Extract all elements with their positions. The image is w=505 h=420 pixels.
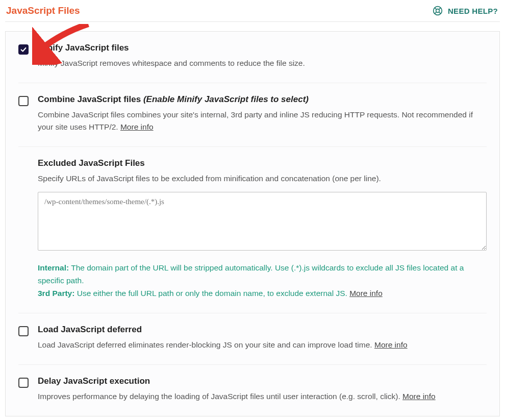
deferred-desc: Load JavaScript deferred eliminates rend… [38,339,487,351]
excluded-more-info-link[interactable]: More info [349,289,383,298]
option-deferred: Load JavaScript deferred Load JavaScript… [18,313,487,365]
excluded-title: Excluded JavaScript Files [38,158,487,168]
help-label: NEED HELP? [448,7,498,15]
option-minify: Minify JavaScript files Minify JavaScrip… [18,32,487,83]
combine-desc: Combine JavaScript files combines your s… [38,109,487,133]
settings-panel: Minify JavaScript files Minify JavaScrip… [5,31,500,416]
section-header: JavaScript Files NEED HELP? [5,5,500,22]
need-help-link[interactable]: NEED HELP? [433,6,498,16]
svg-point-1 [436,9,440,13]
note-3rd-label: 3rd Party: [38,289,74,298]
deferred-title: Load JavaScript deferred [38,325,487,335]
combine-checkbox[interactable] [18,96,29,106]
excluded-note: Internal: The domain part of the URL wil… [38,262,487,300]
delay-desc: Improves performance by delaying the loa… [38,390,487,403]
note-internal-label: Internal: [38,263,69,272]
minify-checkbox[interactable] [18,44,29,55]
deferred-more-info-link[interactable]: More info [374,340,408,349]
svg-line-2 [435,8,436,9]
excluded-desc: Specify URLs of JavaScript files to be e… [38,172,487,185]
minify-title: Minify JavaScript files [38,43,487,53]
section-title: JavaScript Files [6,5,80,16]
note-3rd-text: Use either the full URL path or only the… [74,289,349,298]
deferred-checkbox[interactable] [18,326,29,336]
option-combine: Combine JavaScript files (Enable Minify … [18,83,487,147]
option-delay: Delay JavaScript execution Improves perf… [18,365,487,416]
delay-title: Delay JavaScript execution [38,376,487,386]
combine-more-info-link[interactable]: More info [120,122,154,131]
help-icon [433,6,443,16]
svg-line-3 [439,8,440,9]
note-internal-text: The domain part of the URL will be strip… [38,263,464,285]
svg-line-4 [435,12,436,14]
minify-desc: Minify JavaScript removes whitespace and… [38,57,487,69]
combine-title: Combine JavaScript files (Enable Minify … [38,94,487,105]
svg-line-5 [439,12,440,14]
option-excluded: Excluded JavaScript Files Specify URLs o… [18,147,487,313]
delay-checkbox[interactable] [18,378,29,388]
combine-hint: (Enable Minify JavaScript files to selec… [143,94,309,104]
excluded-textarea[interactable] [38,192,487,251]
delay-more-info-link[interactable]: More info [402,392,436,401]
